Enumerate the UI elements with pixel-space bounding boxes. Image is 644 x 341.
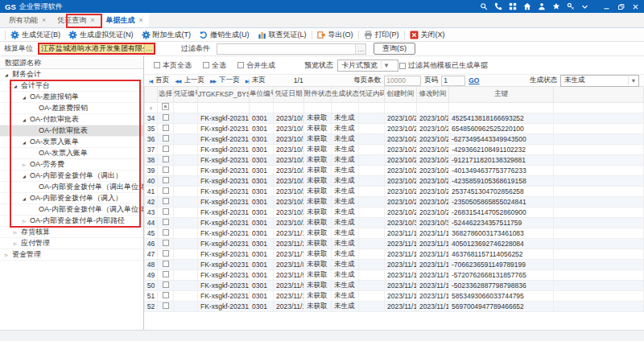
select-page-checkbox[interactable]: 本页全选 bbox=[154, 60, 192, 71]
tree-item[interactable]: ▷ 应付管理 bbox=[0, 238, 143, 249]
cell-select[interactable] bbox=[158, 228, 174, 238]
table-row[interactable]: 39 FK-xsgkf-202310070 0301 2023/10/20 未获… bbox=[145, 165, 644, 175]
table-row[interactable]: 43 FK-xsgkf-202310075 0301 2023/10/24 未获… bbox=[145, 207, 644, 217]
tree-expand-icon[interactable]: ▷ bbox=[21, 162, 27, 167]
generate-virtual-voucher-button[interactable]: 生成虚拟凭证(N) bbox=[64, 30, 138, 40]
tree-expand-icon[interactable]: ▷ bbox=[21, 219, 27, 224]
row-checkbox-icon[interactable] bbox=[163, 229, 169, 236]
tree-item[interactable]: OA-内部资金拨付单（调入单位凭证） bbox=[0, 204, 143, 216]
cell-select[interactable] bbox=[158, 249, 174, 259]
export-button[interactable]: 导出(O) bbox=[313, 30, 357, 40]
cell-select[interactable] bbox=[158, 186, 174, 196]
col-modified[interactable]: 修改时间 bbox=[417, 87, 449, 102]
col-gen-status[interactable]: 生成状态 bbox=[332, 87, 359, 102]
table-row[interactable]: 42 FK-xsgkf-202310074 0301 2023/10/23 未获… bbox=[145, 196, 644, 207]
select-all-rows-checkbox[interactable] bbox=[162, 103, 169, 110]
cell-select[interactable] bbox=[158, 238, 174, 249]
tree-expand-icon[interactable]: ◢ bbox=[12, 84, 19, 88]
table-row[interactable]: 46 FK-xsgkf-202311115 0301 2023/11/2 未获取… bbox=[145, 238, 644, 249]
tree-item[interactable]: ▷ 存货核算 bbox=[0, 227, 143, 238]
tree-expand-icon[interactable]: ▷ bbox=[12, 230, 19, 235]
tree-item[interactable]: ◢ OA-内部资金拨付单（调入） bbox=[0, 193, 143, 204]
cell-select[interactable] bbox=[158, 269, 174, 280]
table-row[interactable]: 38 FK-xsgkf-202310069 0301 2023/10/20 未获… bbox=[145, 154, 644, 165]
row-checkbox-icon[interactable] bbox=[163, 302, 169, 309]
row-checkbox-icon[interactable] bbox=[163, 135, 169, 142]
tab-close-icon[interactable]: × bbox=[139, 16, 143, 24]
cell-select[interactable] bbox=[158, 290, 174, 301]
generate-voucher-button[interactable]: 生成凭证(B) bbox=[6, 30, 64, 40]
row-checkbox-icon[interactable] bbox=[163, 187, 169, 194]
table-row[interactable]: 34 FK-xsgkf-202310062 0301 2023/10/18 未获… bbox=[145, 113, 644, 123]
col-voucher-date[interactable]: 凭证日期 bbox=[274, 87, 304, 102]
restore-icon[interactable] bbox=[617, 3, 625, 10]
accounting-unit-field[interactable]: 江苏盐城港响水港开发集团有限公司 … bbox=[38, 43, 155, 55]
tab-document-generate[interactable]: 单据生成 × bbox=[101, 13, 149, 27]
table-row[interactable]: 49 FK-xsgkf-202311153 0301 2023/11/9 未获取… bbox=[145, 269, 644, 280]
col-unit-no[interactable]: 单位编号 bbox=[250, 87, 274, 102]
select-all-checkbox[interactable]: 全选 bbox=[203, 60, 226, 71]
tree-item[interactable]: ◢ OA-内部资金拨付单（调出） bbox=[0, 170, 143, 182]
tree-item[interactable]: ▷ OA-内部资金拨付单-内部路径 bbox=[0, 216, 143, 227]
cell-select[interactable] bbox=[158, 123, 174, 134]
table-row[interactable]: 40 FK-xsgkf-202310071 0301 2023/10/23 未获… bbox=[145, 175, 644, 186]
star-icon[interactable] bbox=[552, 2, 560, 10]
row-checkbox-icon[interactable] bbox=[163, 208, 169, 215]
tree-item[interactable]: OA-付款审批表 bbox=[0, 125, 143, 137]
row-checkbox-icon[interactable] bbox=[163, 240, 169, 246]
linked-voucher-button[interactable]: 联查凭证(L) bbox=[254, 30, 311, 40]
cell-select[interactable] bbox=[158, 207, 174, 217]
row-checkbox-icon[interactable] bbox=[163, 177, 169, 183]
undo-generate-button[interactable]: 撤销生成(U) bbox=[195, 30, 254, 40]
cell-select[interactable] bbox=[158, 280, 174, 290]
tree-item[interactable]: OA-差旅费报销 bbox=[0, 103, 143, 114]
tree-expand-icon[interactable]: ◢ bbox=[21, 140, 27, 145]
tab-voucher-query[interactable]: 凭证查询 × bbox=[52, 13, 100, 27]
tree-item[interactable]: OA-发票入账单 bbox=[0, 148, 143, 159]
go-button[interactable]: GO bbox=[469, 76, 479, 84]
tree-expand-icon[interactable]: ◢ bbox=[21, 196, 27, 201]
cell-select[interactable] bbox=[158, 134, 174, 144]
search-icon[interactable] bbox=[480, 2, 488, 10]
tree-expand-icon[interactable]: ◢ bbox=[3, 72, 10, 77]
table-row[interactable]: 44 FK-xsgkf-202310093 0301 2023/10/27 未获… bbox=[145, 217, 644, 228]
query-button[interactable]: 查询(S) bbox=[374, 43, 415, 55]
col-attach-status[interactable]: 附件状态 bbox=[304, 87, 332, 102]
key-icon[interactable] bbox=[567, 2, 575, 10]
row-checkbox-icon[interactable] bbox=[163, 292, 169, 298]
table-row[interactable]: 48 FK-xsgkf-202311146 0301 2023/11/8 未获取… bbox=[145, 259, 644, 269]
tree-item[interactable]: ▷ 资金管理 bbox=[0, 249, 143, 261]
row-checkbox-icon[interactable] bbox=[163, 146, 169, 152]
cell-select[interactable] bbox=[158, 113, 174, 123]
filter-funnel-icon[interactable]: ▼ bbox=[149, 106, 154, 111]
table-row[interactable]: 50 FK-xsgkf-202311152 0301 2023/11/9 未获取… bbox=[145, 280, 644, 290]
filter-generated-checkbox[interactable]: 过滤其他模板已生成单据 bbox=[399, 60, 488, 71]
row-checkbox-icon[interactable] bbox=[163, 271, 169, 277]
col-voucher-no[interactable]: 凭证编号 bbox=[174, 87, 198, 102]
col-select[interactable]: 选择 bbox=[158, 87, 174, 102]
append-generate-button[interactable]: 附加生成(T) bbox=[138, 30, 196, 40]
col-created[interactable]: 创建时间 bbox=[385, 87, 417, 102]
cell-select[interactable] bbox=[158, 301, 174, 311]
apps-grid-icon[interactable] bbox=[509, 2, 517, 10]
row-checkbox-icon[interactable] bbox=[163, 250, 169, 257]
cell-select[interactable] bbox=[158, 175, 174, 186]
tree-expand-icon[interactable]: ◢ bbox=[21, 95, 27, 100]
page-no-input[interactable]: 1 bbox=[441, 76, 465, 86]
first-page-button[interactable]: |◀首页 bbox=[149, 76, 169, 85]
table-row[interactable]: 52 FK-xsgkf-202311169 0301 2023/11/10 未获… bbox=[145, 301, 644, 311]
print-button[interactable]: 打印(P) bbox=[360, 30, 403, 40]
tree-item[interactable]: ◢ 财务会计 bbox=[0, 69, 143, 80]
minimize-icon[interactable] bbox=[603, 3, 610, 10]
table-row[interactable]: 35 FK-xsgkf-202310056 0301 2023/10/18 未获… bbox=[145, 123, 644, 134]
row-checkbox-icon[interactable] bbox=[163, 125, 169, 131]
row-checkbox-icon[interactable] bbox=[163, 156, 169, 162]
col-primary-key[interactable]: 主键 bbox=[449, 87, 554, 102]
cell-select[interactable] bbox=[158, 165, 174, 175]
cell-select[interactable] bbox=[158, 144, 174, 154]
col-bys[interactable]: JTGKFKSP_BYS bbox=[198, 87, 250, 102]
home-icon[interactable] bbox=[523, 2, 531, 10]
table-row[interactable]: 47 FK-xsgkf-202311119 0301 2023/11/7 未获取… bbox=[145, 249, 644, 259]
tree-expand-icon[interactable]: ▷ bbox=[3, 253, 10, 257]
tree-expand-icon[interactable]: ◢ bbox=[21, 174, 27, 179]
